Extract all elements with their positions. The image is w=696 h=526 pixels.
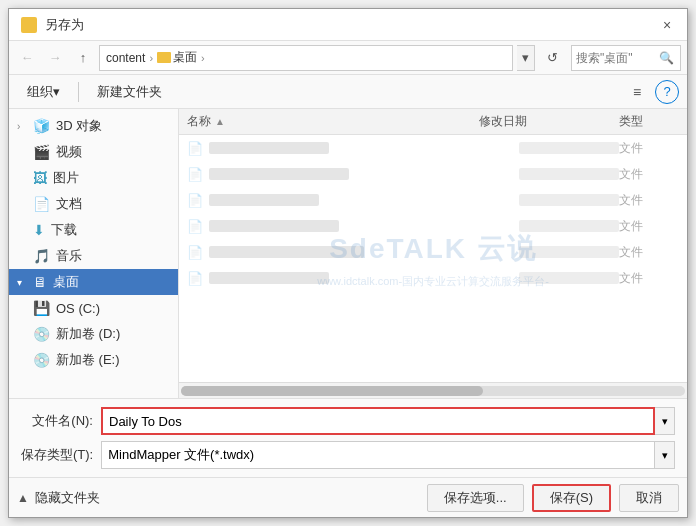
close-button[interactable]: × bbox=[655, 13, 679, 37]
filename-input[interactable] bbox=[101, 407, 655, 435]
scrollbar-thumb bbox=[181, 386, 483, 396]
sidebar: › 🧊 3D 对象 🎬 视频 🖼 图片 📄 文档 ⬇ bbox=[9, 109, 179, 398]
dialog-title: 另存为 bbox=[45, 16, 84, 34]
scrollbar-track bbox=[181, 386, 685, 396]
sidebar-label-music: 音乐 bbox=[56, 247, 82, 265]
search-icon: 🔍 bbox=[659, 51, 674, 65]
filename-input-wrapper: ▾ bbox=[101, 407, 675, 435]
save-options-button[interactable]: 保存选项... bbox=[427, 484, 524, 512]
toolbar-right: ≡ ? bbox=[623, 79, 679, 105]
main-area: › 🧊 3D 对象 🎬 视频 🖼 图片 📄 文档 ⬇ bbox=[9, 109, 687, 398]
file-row-icon: 📄 bbox=[187, 167, 203, 182]
filetype-row: 保存类型(T): MindMapper 文件(*.twdx) ▾ bbox=[21, 441, 675, 469]
file-row-type: 文件 bbox=[619, 192, 679, 209]
file-row-type: 文件 bbox=[619, 140, 679, 157]
col-header-date: 修改日期 bbox=[479, 113, 619, 130]
sidebar-label-desktop: 桌面 bbox=[53, 273, 79, 291]
address-bar: ← → ↑ content › 桌面 › ▾ ↺ 🔍 bbox=[9, 41, 687, 75]
path-arrow-2: › bbox=[201, 52, 205, 64]
sidebar-item-music[interactable]: 🎵 音乐 bbox=[9, 243, 178, 269]
file-row-name bbox=[209, 142, 329, 154]
title-bar-left: 另存为 bbox=[21, 16, 84, 34]
file-row-type: 文件 bbox=[619, 244, 679, 261]
file-row-date bbox=[519, 168, 619, 180]
search-input[interactable] bbox=[576, 51, 656, 65]
sidebar-item-drived[interactable]: 💿 新加卷 (D:) bbox=[9, 321, 178, 347]
path-dropdown-button[interactable]: ▾ bbox=[517, 45, 535, 71]
forward-button[interactable]: → bbox=[43, 46, 67, 70]
drivee-icon: 💿 bbox=[33, 352, 50, 368]
help-button[interactable]: ? bbox=[655, 80, 679, 104]
path-segment-content: content bbox=[106, 51, 145, 65]
dialog-icon bbox=[21, 17, 37, 33]
file-pane: 名称 ▲ 修改日期 类型 SdeTALK 云说 www.idctalk.com-… bbox=[179, 109, 687, 398]
music-icon: 🎵 bbox=[33, 248, 50, 264]
horizontal-scrollbar[interactable] bbox=[179, 382, 687, 398]
search-box: 🔍 bbox=[571, 45, 681, 71]
table-row[interactable]: 📄 文件 bbox=[179, 161, 687, 187]
file-row-date bbox=[519, 246, 619, 258]
path-segment-folder: 桌面 bbox=[157, 49, 197, 66]
file-row-type: 文件 bbox=[619, 218, 679, 235]
file-list-header: 名称 ▲ 修改日期 类型 bbox=[179, 109, 687, 135]
desktop-icon: 🖥 bbox=[33, 274, 47, 290]
new-folder-button[interactable]: 新建文件夹 bbox=[87, 79, 172, 105]
file-row-icon: 📄 bbox=[187, 219, 203, 234]
address-path[interactable]: content › 桌面 › bbox=[99, 45, 513, 71]
table-row[interactable]: 📄 文件 bbox=[179, 187, 687, 213]
toggle-arrow: ▲ bbox=[17, 491, 29, 505]
sidebar-item-drivee[interactable]: 💿 新加卷 (E:) bbox=[9, 347, 178, 373]
action-bar: ▲ 隐藏文件夹 保存选项... 保存(S) 取消 bbox=[9, 477, 687, 517]
col-name-label: 名称 bbox=[187, 113, 211, 130]
filetype-label: 保存类型(T): bbox=[21, 446, 93, 464]
sidebar-item-video[interactable]: 🎬 视频 bbox=[9, 139, 178, 165]
filename-label: 文件名(N): bbox=[21, 412, 93, 430]
sidebar-label-osc: OS (C:) bbox=[56, 301, 100, 316]
filetype-dropdown-button[interactable]: ▾ bbox=[655, 441, 675, 469]
col-header-type: 类型 bbox=[619, 113, 679, 130]
up-button[interactable]: ↑ bbox=[71, 46, 95, 70]
file-row-date bbox=[519, 272, 619, 284]
hidden-folder-toggle[interactable]: ▲ 隐藏文件夹 bbox=[17, 489, 100, 507]
hidden-folder-label: 隐藏文件夹 bbox=[35, 489, 100, 507]
col-header-name: 名称 ▲ bbox=[187, 113, 479, 130]
action-buttons: 保存选项... 保存(S) 取消 bbox=[427, 484, 679, 512]
file-row-icon: 📄 bbox=[187, 141, 203, 156]
table-row[interactable]: 📄 文件 bbox=[179, 265, 687, 291]
file-row-name bbox=[209, 168, 349, 180]
sidebar-item-desktop[interactable]: ▾ 🖥 桌面 bbox=[9, 269, 178, 295]
file-row-type: 文件 bbox=[619, 166, 679, 183]
save-as-dialog: 另存为 × ← → ↑ content › 桌面 › ▾ ↺ 🔍 组织▾ 新建 bbox=[8, 8, 688, 518]
save-button[interactable]: 保存(S) bbox=[532, 484, 611, 512]
organize-button[interactable]: 组织▾ bbox=[17, 79, 70, 105]
back-button[interactable]: ← bbox=[15, 46, 39, 70]
table-row[interactable]: 📄 文件 bbox=[179, 135, 687, 161]
file-row-icon: 📄 bbox=[187, 245, 203, 260]
refresh-button[interactable]: ↺ bbox=[541, 47, 563, 69]
table-row[interactable]: 📄 文件 bbox=[179, 239, 687, 265]
sidebar-label-3d: 3D 对象 bbox=[56, 117, 102, 135]
file-list: SdeTALK 云说 www.idctalk.com-国内专业云计算交流服务平台… bbox=[179, 135, 687, 382]
sidebar-label-drived: 新加卷 (D:) bbox=[56, 325, 120, 343]
sort-arrow: ▲ bbox=[215, 116, 225, 127]
file-row-name bbox=[209, 194, 319, 206]
view-toggle-button[interactable]: ≡ bbox=[623, 79, 651, 105]
sidebar-label-download: 下载 bbox=[51, 221, 77, 239]
sidebar-item-doc[interactable]: 📄 文档 bbox=[9, 191, 178, 217]
osc-icon: 💾 bbox=[33, 300, 50, 316]
file-row-type: 文件 bbox=[619, 270, 679, 287]
3d-icon: 🧊 bbox=[33, 118, 50, 134]
file-row-date bbox=[519, 194, 619, 206]
sidebar-item-download[interactable]: ⬇ 下载 bbox=[9, 217, 178, 243]
table-row[interactable]: 📄 文件 bbox=[179, 213, 687, 239]
file-row-icon: 📄 bbox=[187, 271, 203, 286]
sidebar-item-picture[interactable]: 🖼 图片 bbox=[9, 165, 178, 191]
file-row-date bbox=[519, 142, 619, 154]
sidebar-item-osc[interactable]: 💾 OS (C:) bbox=[9, 295, 178, 321]
title-bar: 另存为 × bbox=[9, 9, 687, 41]
sidebar-item-3d[interactable]: › 🧊 3D 对象 bbox=[9, 113, 178, 139]
sidebar-label-drivee: 新加卷 (E:) bbox=[56, 351, 120, 369]
cancel-button[interactable]: 取消 bbox=[619, 484, 679, 512]
filename-dropdown-button[interactable]: ▾ bbox=[655, 407, 675, 435]
file-row-date bbox=[519, 220, 619, 232]
